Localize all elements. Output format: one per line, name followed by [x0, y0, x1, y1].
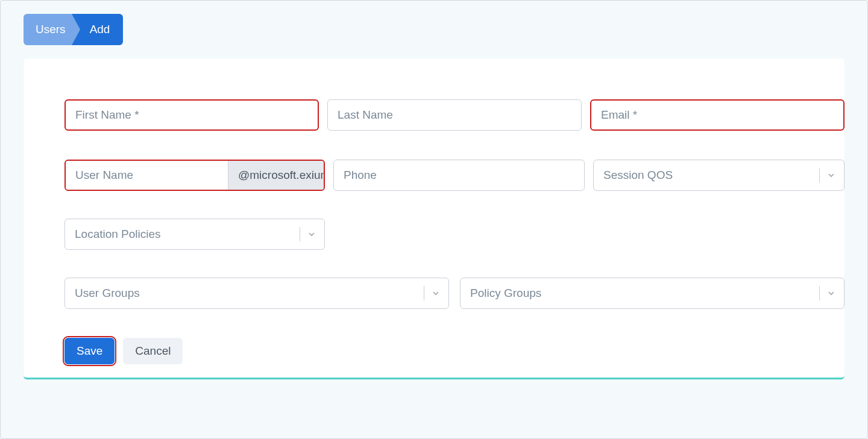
- session-qos-select[interactable]: Session QOS: [593, 160, 844, 191]
- breadcrumb: Users Add: [24, 14, 867, 45]
- select-separator: [300, 227, 300, 241]
- select-separator: [819, 168, 820, 182]
- chevron-down-icon: [430, 288, 441, 299]
- page-container: Users Add @microsoft.exium.net: [0, 0, 868, 439]
- policy-groups-placeholder: Policy Groups: [470, 287, 813, 300]
- form-actions: Save Cancel: [64, 338, 844, 364]
- last-name-field[interactable]: [327, 99, 582, 131]
- breadcrumb-users[interactable]: Users: [24, 14, 72, 45]
- location-policies-select[interactable]: Location Policies: [64, 219, 325, 250]
- select-separator: [424, 286, 424, 300]
- user-name-group: @microsoft.exium.net: [64, 160, 325, 191]
- cancel-button[interactable]: Cancel: [123, 338, 183, 364]
- user-groups-select[interactable]: User Groups: [64, 278, 449, 309]
- breadcrumb-users-label: Users: [36, 23, 66, 36]
- form-card: @microsoft.exium.net Session QOS: [24, 58, 844, 379]
- select-separator: [819, 286, 820, 300]
- user-groups-placeholder: User Groups: [75, 287, 418, 300]
- chevron-down-icon: [826, 170, 837, 181]
- chevron-down-icon: [306, 229, 317, 240]
- form-row-2: @microsoft.exium.net Session QOS: [64, 160, 844, 191]
- phone-field[interactable]: [333, 160, 585, 191]
- location-policies-placeholder: Location Policies: [75, 228, 294, 241]
- breadcrumb-add-label: Add: [90, 23, 110, 36]
- policy-groups-select[interactable]: Policy Groups: [460, 278, 844, 309]
- form-row-3: Location Policies: [64, 219, 844, 250]
- form-row-1: [64, 99, 844, 131]
- user-name-field[interactable]: [66, 161, 228, 190]
- form-row-4: User Groups Policy Groups: [64, 278, 844, 309]
- first-name-field[interactable]: [64, 99, 319, 131]
- save-button[interactable]: Save: [64, 338, 115, 364]
- session-qos-placeholder: Session QOS: [603, 169, 813, 182]
- chevron-down-icon: [826, 288, 837, 299]
- user-name-domain-suffix: @microsoft.exium.net: [228, 161, 325, 190]
- email-field[interactable]: [590, 99, 844, 131]
